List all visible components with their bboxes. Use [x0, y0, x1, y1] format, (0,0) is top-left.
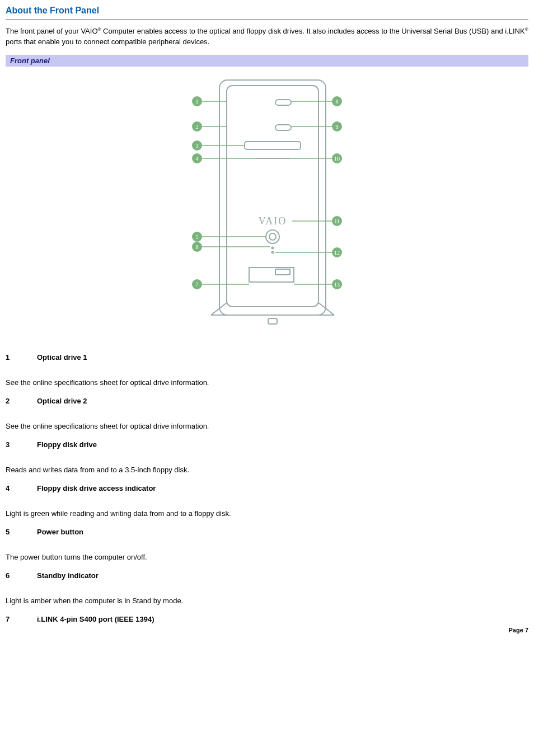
- page-title: About the Front Panel: [6, 6, 528, 16]
- item-desc-2: See the online specifications sheet for …: [6, 422, 528, 430]
- item-number: 6: [6, 571, 37, 580]
- intro-text-b: Computer enables access to the optical a…: [101, 27, 524, 35]
- item-row-2: 2 Optical drive 2: [6, 397, 528, 405]
- callout-3: 3: [196, 143, 199, 149]
- item-desc-4: Light is green while reading and writing…: [6, 509, 528, 518]
- item-row-5: 5 Power button: [6, 528, 528, 536]
- item-row-1: 1 Optical drive 1: [6, 353, 528, 361]
- svg-point-8: [272, 247, 274, 248]
- item-desc-1: See the online specifications sheet for …: [6, 378, 528, 387]
- callout-5: 5: [196, 234, 199, 240]
- item-row-6: 6 Standby indicator: [6, 571, 528, 580]
- svg-rect-2: [275, 100, 291, 105]
- item-number: 4: [6, 484, 37, 492]
- svg-rect-11: [275, 269, 290, 275]
- page-number: Page 7: [509, 627, 528, 633]
- callout-10: 10: [334, 156, 340, 162]
- svg-rect-3: [275, 125, 291, 130]
- svg-point-6: [266, 230, 279, 243]
- item-desc-5: The power button turns the computer on/o…: [6, 553, 528, 561]
- svg-point-7: [269, 233, 276, 240]
- item-label: Standby indicator: [37, 571, 99, 580]
- callout-6: 6: [196, 244, 199, 250]
- callout-7: 7: [196, 281, 199, 288]
- item-label: i.LINK 4-pin S400 port (IEEE 1394): [37, 615, 154, 623]
- item-label: Optical drive 2: [37, 397, 87, 405]
- callout-4: 4: [196, 156, 199, 162]
- item-number: 2: [6, 397, 37, 405]
- callout-1: 1: [196, 98, 199, 105]
- item-label: Floppy disk drive access indicator: [37, 484, 156, 492]
- item-label: Optical drive 1: [37, 353, 87, 361]
- intro-text-c: ports that enable you to connect compati…: [6, 37, 209, 46]
- reg-mark-2: ®: [525, 27, 528, 32]
- intro-paragraph: The front panel of your VAIO® Computer e…: [6, 26, 528, 47]
- item-number: 1: [6, 353, 37, 361]
- svg-point-9: [272, 251, 274, 253]
- intro-text-a: The front panel of your VAIO: [6, 27, 98, 35]
- item-row-3: 3 Floppy disk drive: [6, 440, 528, 449]
- svg-rect-4: [245, 142, 301, 149]
- callout-12: 12: [334, 250, 340, 256]
- item-row-7: 7 i.LINK 4-pin S400 port (IEEE 1394): [6, 615, 528, 623]
- callout-2: 2: [196, 124, 199, 130]
- svg-rect-0: [219, 80, 326, 315]
- item-desc-6: Light is amber when the computer is in S…: [6, 597, 528, 605]
- svg-rect-13: [268, 318, 277, 324]
- page-footer: Page 7: [6, 627, 528, 633]
- item-number: 3: [6, 440, 37, 449]
- figure-container: VAIO 1 2 3 4 5 6 7: [6, 67, 528, 343]
- title-rule: [6, 19, 528, 20]
- item-label: Floppy disk drive: [37, 440, 97, 449]
- item-desc-3: Reads and writes data from and to a 3.5-…: [6, 466, 528, 474]
- item-row-4: 4 Floppy disk drive access indicator: [6, 484, 528, 492]
- front-panel-diagram: VAIO 1 2 3 4 5 6 7: [166, 69, 368, 332]
- callout-8: 8: [336, 98, 339, 105]
- svg-rect-1: [227, 86, 318, 307]
- item-label: Power button: [37, 528, 83, 536]
- vaio-logo: VAIO: [259, 215, 287, 227]
- item-number: 7: [6, 615, 37, 623]
- callout-13: 13: [334, 281, 340, 288]
- figure-caption: Front panel: [6, 55, 528, 67]
- callout-9: 9: [336, 124, 339, 130]
- item-number: 5: [6, 528, 37, 536]
- callout-11: 11: [334, 218, 340, 224]
